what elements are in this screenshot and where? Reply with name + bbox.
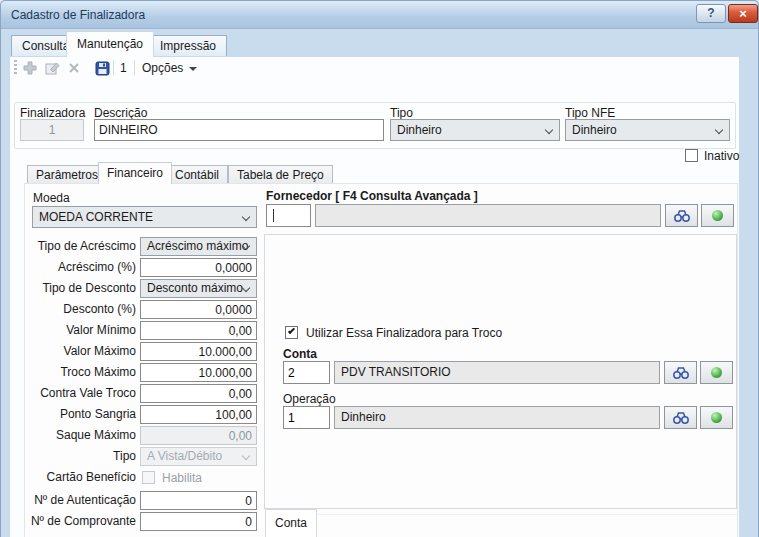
toolbar-separator [113,60,114,75]
edit-record-button[interactable] [42,58,62,78]
conta-code-input[interactable] [283,361,330,384]
tab-label: Manutenção [77,37,143,51]
selected-value: A Vista/Débito [147,449,222,463]
operacao-code-input[interactable] [283,406,330,429]
acrescimo-input[interactable] [140,258,257,277]
add-record-button[interactable] [20,58,40,78]
field-row: Nº de Autenticação [30,491,257,510]
bottom-tabpage-border [318,514,737,515]
conta-label: Conta [283,347,317,361]
fornecedor-label: Fornecedor [ F4 Consulta Avançada ] [266,189,478,203]
usar-para-troco-checkbox[interactable] [285,326,298,339]
fornecedor-name-field [315,204,661,227]
tipo-label: Tipo [390,106,413,120]
subtab-tabela-preco[interactable]: Tabela de Preço [228,165,333,184]
dropdown-arrow-icon [189,67,197,71]
field-label: Desconto (%) [30,300,136,319]
close-icon: × [739,6,747,21]
field-label: Ponto Sangria [30,405,136,424]
field-row: Cartão Benefício Habilita [30,468,257,487]
toolbar: 1 Opções [10,57,739,79]
chevron-down-icon [715,126,723,134]
toolbar-grip[interactable] [14,60,17,76]
field-label: Cartão Benefício [30,468,136,487]
moeda-select[interactable]: MOEDA CORRENTE [32,206,257,228]
green-arrow-icon [712,210,723,221]
field-label: Valor Máximo [30,342,136,361]
subtab-label: Financeiro [107,166,163,180]
chevron-down-icon [242,213,250,221]
troco-maximo-input[interactable] [140,363,257,382]
chevron-down-icon [545,126,553,134]
options-menu-button[interactable]: Opções [142,61,197,75]
tab-label: Impressão [160,39,216,53]
valor-minimo-input[interactable] [140,321,257,340]
add-icon [23,61,37,75]
inativo-checkbox[interactable] [685,149,698,162]
cadastro-finalizadora-window: Cadastro de Finalizadora ? × Consultar M… [0,0,759,537]
field-label: Tipo [30,447,136,466]
main-content: 1 Opções Finalizadora Descrição Tipo Din… [9,56,740,537]
descricao-field[interactable] [94,119,384,141]
ponto-sangria-input[interactable] [140,405,257,424]
field-label: Valor Mínimo [30,321,136,340]
tab-impressao[interactable]: Impressão [149,35,227,56]
tipo-select[interactable]: Dinheiro [390,119,560,141]
contra-vale-troco-input[interactable] [140,384,257,403]
num-comprovante-input[interactable] [140,512,257,531]
tipo-acrescimo-select[interactable]: Acréscimo máximo [140,237,257,256]
delete-record-button[interactable] [64,58,84,78]
save-record-button[interactable] [92,58,112,78]
field-label: Troco Máximo [30,363,136,382]
num-autenticacao-input[interactable] [140,491,257,510]
desconto-input[interactable] [140,300,257,319]
record-number: 1 [120,61,127,75]
field-row: Desconto (%) [30,300,257,319]
habilita-label: Habilita [162,471,202,485]
tipo-desconto-select[interactable]: Desconto máximo [140,279,257,298]
operacao-label: Operação [283,392,336,406]
field-row: Saque Máximo [30,426,257,445]
operacao-go-button[interactable] [700,406,733,429]
finalizadora-field [20,119,84,141]
field-row: Ponto Sangria [30,405,257,424]
tab-manutencao[interactable]: Manutenção [66,31,154,57]
field-row: Acréscimo (%) [30,258,257,277]
conta-search-button[interactable] [664,361,697,384]
help-icon: ? [707,6,714,20]
saque-maximo-input [140,426,257,445]
field-label: Nº de Comprovante [30,512,136,531]
edit-icon [45,61,60,75]
help-button[interactable]: ? [696,4,726,23]
binoculars-icon [672,366,690,379]
green-arrow-icon [711,412,722,423]
subtab-contabil[interactable]: Contábil [166,165,228,184]
field-row: Tipo de Acréscimo Acréscimo máximo [30,237,257,256]
operacao-search-button[interactable] [664,406,697,429]
save-icon [95,61,110,76]
selected-value: Desconto máximo [147,281,243,295]
field-label: Tipo de Desconto [30,279,136,298]
operacao-name-field: Dinheiro [334,406,660,429]
selected-value: Acréscimo máximo [147,239,248,253]
text-caret [273,209,274,222]
subtab-label: Contábil [175,168,219,182]
field-label: Tipo de Acréscimo [30,237,136,256]
subtab-financeiro[interactable]: Financeiro [98,162,172,184]
fornecedor-go-button[interactable] [701,204,734,227]
chevron-down-icon [242,452,250,460]
field-row: Valor Máximo [30,342,257,361]
close-button[interactable]: × [728,4,758,23]
bottom-tab-conta[interactable]: Conta [265,509,317,537]
valor-maximo-input[interactable] [140,342,257,361]
window-title: Cadastro de Finalizadora [11,8,145,22]
subtab-parametros[interactable]: Parâmetros [27,165,107,184]
field-label: Contra Vale Troco [30,384,136,403]
tipo-selected-value: Dinheiro [397,123,442,137]
fornecedor-code-input[interactable] [266,204,311,227]
fornecedor-search-button[interactable] [665,204,698,227]
conta-go-button[interactable] [700,361,733,384]
toolbar-separator [134,60,135,75]
field-row: Tipo A Vista/Débito [30,447,257,466]
tipo-nfe-select[interactable]: Dinheiro [565,119,730,141]
